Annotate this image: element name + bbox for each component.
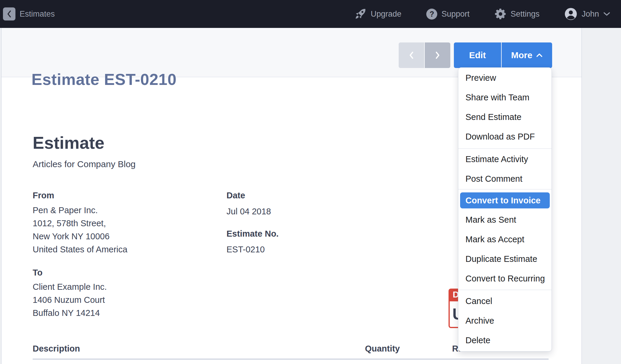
to-line: 1406 Nuzum Court xyxy=(33,293,107,306)
breadcrumb: Estimates xyxy=(20,0,55,28)
settings-label: Settings xyxy=(511,10,540,19)
user-menu[interactable]: John xyxy=(564,7,610,20)
date-value: Jul 04 2018 xyxy=(226,207,271,216)
document-subject: Articles for Company Blog xyxy=(33,159,136,169)
next-estimate-button[interactable] xyxy=(425,42,450,68)
menu-section: Preview Share with Team Send Estimate Do… xyxy=(458,68,552,148)
estimate-no-value: EST-0210 xyxy=(226,245,265,254)
menu-item-cancel[interactable]: Cancel xyxy=(458,291,552,311)
more-dropdown-menu: Preview Share with Team Send Estimate Do… xyxy=(458,67,552,352)
to-line: Buffalo NY 14214 xyxy=(33,306,107,319)
upgrade-label: Upgrade xyxy=(371,10,402,19)
menu-item-archive[interactable]: Archive xyxy=(458,311,552,330)
column-header-quantity: Quantity xyxy=(340,344,400,354)
menu-item-share-with-team[interactable]: Share with Team xyxy=(458,88,552,107)
menu-section: Convert to Invoice Mark as Sent Mark as … xyxy=(458,189,552,290)
menu-item-download-as-pdf[interactable]: Download as PDF xyxy=(458,127,552,146)
menu-section: Estimate Activity Post Comment xyxy=(458,149,552,189)
edit-button[interactable]: Edit xyxy=(454,42,501,68)
to-line: Client Example Inc. xyxy=(33,280,107,293)
chevron-left-icon xyxy=(407,50,416,61)
from-line: United States of America xyxy=(33,243,127,256)
gear-icon xyxy=(495,8,506,20)
from-line: 1012, 578th Street, xyxy=(33,217,127,230)
column-header-description: Description xyxy=(33,344,80,354)
menu-item-duplicate-estimate[interactable]: Duplicate Estimate xyxy=(458,249,552,269)
pager xyxy=(399,42,450,68)
from-label: From xyxy=(33,191,54,200)
support-button[interactable]: Support xyxy=(426,9,470,20)
from-address: Pen & Paper Inc. 1012, 578th Street, New… xyxy=(33,204,127,256)
from-line: New York NY 10006 xyxy=(33,230,127,243)
page-title: Estimate EST-0210 xyxy=(31,70,177,88)
back-button[interactable] xyxy=(3,7,15,20)
header-actions: Edit More xyxy=(454,42,552,68)
previous-estimate-button[interactable] xyxy=(399,42,424,68)
top-bar: Estimates Upgrade Support Settings xyxy=(0,0,621,28)
more-label: More xyxy=(511,50,533,60)
more-button[interactable]: More xyxy=(502,42,552,68)
menu-item-send-estimate[interactable]: Send Estimate xyxy=(458,107,552,127)
upgrade-button[interactable]: Upgrade xyxy=(354,8,402,20)
menu-item-post-comment[interactable]: Post Comment xyxy=(458,169,552,189)
menu-item-convert-to-invoice[interactable]: Convert to Invoice xyxy=(460,192,550,208)
rocket-icon xyxy=(354,8,367,20)
from-line: Pen & Paper Inc. xyxy=(33,204,127,217)
table-header-divider xyxy=(33,359,549,360)
menu-item-delete[interactable]: Delete xyxy=(458,330,552,350)
menu-item-mark-as-accept[interactable]: Mark as Accept xyxy=(458,230,552,249)
chevron-down-icon xyxy=(603,12,610,16)
menu-item-estimate-activity[interactable]: Estimate Activity xyxy=(458,149,552,169)
settings-button[interactable]: Settings xyxy=(495,8,540,20)
user-name: John xyxy=(582,10,599,19)
chevron-right-icon xyxy=(433,50,442,61)
to-address: Client Example Inc. 1406 Nuzum Court Buf… xyxy=(33,280,107,319)
chevron-left-icon xyxy=(6,10,12,18)
support-label: Support xyxy=(441,10,470,19)
menu-item-convert-to-recurring[interactable]: Convert to Recurring xyxy=(458,269,552,288)
avatar xyxy=(564,7,577,20)
menu-item-preview[interactable]: Preview xyxy=(458,68,552,88)
menu-section: Cancel Archive Delete xyxy=(458,290,552,351)
menu-item-mark-as-sent[interactable]: Mark as Sent xyxy=(458,210,552,230)
estimate-no-label: Estimate No. xyxy=(226,229,279,239)
date-label: Date xyxy=(226,191,245,200)
to-label: To xyxy=(33,268,42,278)
topbar-actions: Upgrade Support Settings John xyxy=(329,0,610,28)
document-heading: Estimate xyxy=(33,133,104,153)
help-icon xyxy=(426,9,437,20)
chevron-up-icon xyxy=(536,53,543,57)
